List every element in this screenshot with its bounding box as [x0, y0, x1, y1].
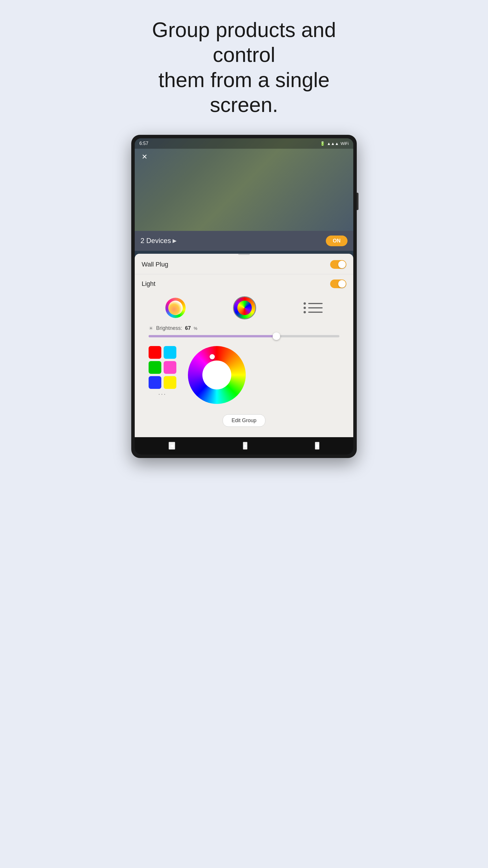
signal-icon: ▲▲▲	[327, 141, 339, 146]
status-time: 6:57	[139, 141, 148, 146]
brightness-label: Brightness:	[156, 325, 182, 331]
devices-label: 2 Devices	[140, 237, 171, 245]
list-line-3	[303, 311, 323, 313]
recent-button[interactable]: ■	[315, 442, 320, 450]
color-ball-inner	[168, 301, 183, 315]
light-controls: ☀ Brightness: 67 %	[135, 293, 353, 437]
side-button	[357, 193, 358, 210]
controls-panel: Wall Plug Light	[135, 254, 353, 437]
light-label: Light	[142, 280, 156, 288]
device-header: 2 Devices ▶ ON	[135, 231, 353, 251]
light-row: Light	[135, 274, 353, 293]
status-bar: 6:57 🔋 ▲▲▲ WiFi	[135, 138, 353, 149]
brightness-percent: %	[194, 326, 197, 331]
page-title: Group products and control them from a s…	[128, 18, 360, 118]
list-dot	[303, 302, 306, 305]
list-dot-3	[303, 311, 306, 313]
brightness-slider-row	[142, 335, 346, 343]
list-bar	[308, 303, 323, 304]
devices-count[interactable]: 2 Devices ▶	[140, 237, 176, 245]
background-image: ✕	[135, 138, 353, 231]
color-ball-button[interactable]	[165, 298, 186, 318]
color-wheel-selector	[209, 354, 215, 359]
color-wheel-center	[202, 361, 231, 390]
list-bar-2	[308, 307, 323, 308]
wifi-icon: WiFi	[340, 141, 349, 146]
more-colors-button[interactable]: ···	[149, 391, 176, 397]
light-toggle-knob	[338, 280, 346, 288]
tablet-device: 6:57 🔋 ▲▲▲ WiFi ✕ 2 Devices ▶ ON Wall Pl…	[131, 135, 357, 458]
list-bar-3	[308, 312, 323, 313]
list-line-1	[303, 302, 323, 305]
wall-plug-row: Wall Plug	[135, 255, 353, 274]
swatch-green[interactable]	[149, 361, 161, 374]
battery-icon: 🔋	[320, 141, 325, 146]
wall-plug-toggle-knob	[338, 261, 346, 268]
color-mode-row	[142, 296, 346, 319]
devices-arrow: ▶	[172, 238, 176, 244]
swatch-red[interactable]	[149, 346, 161, 359]
brightness-icon: ☀	[149, 325, 153, 332]
home-button[interactable]: ●	[243, 442, 248, 450]
on-button[interactable]: ON	[326, 236, 348, 246]
brightness-slider-thumb[interactable]	[272, 333, 280, 340]
title-line2: them from a single screen.	[158, 68, 330, 116]
wall-plug-label: Wall Plug	[142, 261, 168, 268]
list-mode-button[interactable]	[303, 302, 323, 313]
brightness-slider-fill	[149, 335, 276, 337]
brightness-value: 67	[185, 325, 191, 331]
color-swatches-container: ···	[149, 346, 176, 397]
status-icons: 🔋 ▲▲▲ WiFi	[320, 141, 349, 146]
edit-group-button[interactable]: Edit Group	[223, 414, 265, 427]
color-wheel-button[interactable]	[233, 296, 256, 319]
swatch-yellow[interactable]	[164, 376, 176, 389]
close-button[interactable]: ✕	[139, 152, 150, 162]
wall-plug-toggle[interactable]	[330, 260, 346, 269]
swatch-cyan[interactable]	[164, 346, 176, 359]
back-button[interactable]: ◄	[168, 442, 175, 450]
swatch-pink[interactable]	[164, 361, 176, 374]
big-color-wheel[interactable]	[188, 346, 246, 404]
brightness-row: ☀ Brightness: 67 %	[142, 325, 346, 335]
color-wheel-inner	[237, 301, 252, 315]
list-dot-2	[303, 307, 306, 309]
title-line1: Group products and control	[152, 18, 336, 66]
light-toggle[interactable]	[330, 279, 346, 288]
list-line-2	[303, 307, 323, 309]
color-palette-row: ···	[142, 343, 346, 410]
swatch-blue[interactable]	[149, 376, 161, 389]
color-swatches-grid	[149, 346, 176, 389]
tablet-screen: 6:57 🔋 ▲▲▲ WiFi ✕ 2 Devices ▶ ON Wall Pl…	[135, 138, 353, 455]
nav-bar: ◄ ● ■	[135, 437, 353, 455]
brightness-slider-track	[149, 335, 339, 337]
